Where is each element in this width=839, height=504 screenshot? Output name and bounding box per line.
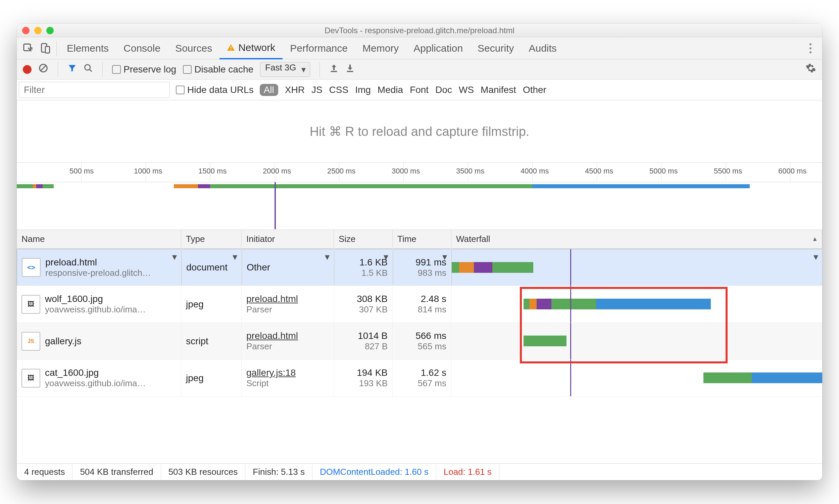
- load-marker: [274, 182, 276, 229]
- finish-time: Finish: 5.13 s: [245, 464, 313, 480]
- file-icon: 🖼: [21, 369, 40, 388]
- tab-memory[interactable]: Memory: [355, 37, 406, 59]
- disable-cache-checkbox[interactable]: Disable cache: [183, 64, 253, 75]
- timeline-tick: 2000 ms: [274, 163, 275, 182]
- waterfall-cell: [451, 249, 822, 286]
- waterfall-cell: [451, 286, 822, 323]
- column-header-type[interactable]: Type: [181, 230, 242, 249]
- filter-type-css[interactable]: CSS: [329, 85, 349, 95]
- request-name: gallery.js: [45, 336, 81, 347]
- waterfall-bar: [703, 373, 752, 383]
- request-row[interactable]: 🖼cat_1600.jpgyoavweiss.github.io/ima…jpe…: [17, 360, 822, 397]
- timeline-segment: [198, 184, 210, 188]
- timeline-tick: 1500 ms: [210, 163, 210, 182]
- request-size: 1.6 KB1.5 KB: [334, 249, 393, 286]
- search-icon[interactable]: [84, 64, 93, 75]
- inspect-icon[interactable]: [20, 40, 37, 57]
- column-header-time[interactable]: Time: [393, 230, 451, 249]
- resources-size: 503 KB resources: [161, 464, 246, 480]
- timeline-segment: [210, 184, 242, 188]
- request-count: 4 requests: [17, 464, 72, 480]
- filter-type-media[interactable]: Media: [378, 85, 403, 95]
- file-icon: JS: [21, 332, 40, 350]
- request-time: 1.62 s567 ms: [393, 360, 451, 397]
- waterfall-bar: [523, 299, 529, 309]
- tab-audits[interactable]: Audits: [521, 37, 564, 59]
- request-row[interactable]: 🖼wolf_1600.jpgyoavweiss.github.io/ima…jp…: [17, 286, 822, 323]
- window-title: DevTools - responsive-preload.glitch.me/…: [17, 26, 822, 35]
- column-header-initiator[interactable]: Initiator: [242, 230, 334, 249]
- initiator-link[interactable]: preload.html: [246, 294, 329, 304]
- request-size: 308 KB307 KB: [334, 286, 393, 323]
- tab-console[interactable]: Console: [116, 37, 168, 59]
- request-time: 991 ms983 ms: [393, 249, 451, 286]
- svg-rect-2: [45, 46, 50, 53]
- tab-performance[interactable]: Performance: [283, 37, 355, 59]
- initiator-link[interactable]: preload.html: [246, 330, 329, 341]
- settings-icon[interactable]: [805, 63, 816, 76]
- more-menu-icon[interactable]: [802, 40, 819, 57]
- svg-rect-4: [231, 49, 231, 50]
- separator: [320, 62, 320, 77]
- download-har-icon[interactable]: [345, 64, 355, 75]
- filter-type-doc[interactable]: Doc: [435, 85, 452, 95]
- request-type: script: [181, 323, 242, 360]
- hide-data-urls-checkbox[interactable]: Hide data URLs: [176, 85, 254, 95]
- minimize-icon[interactable]: [34, 27, 42, 34]
- filter-type-manifest[interactable]: Manifest: [481, 85, 516, 95]
- status-bar: 4 requests 504 KB transferred 503 KB res…: [17, 463, 822, 480]
- load-time: Load: 1.61 s: [436, 464, 499, 480]
- timeline-tick: 2500 ms: [339, 163, 339, 182]
- close-icon[interactable]: [22, 27, 30, 34]
- svg-rect-8: [347, 71, 353, 72]
- filter-type-ws[interactable]: WS: [459, 85, 474, 95]
- throttle-select[interactable]: Fast 3G: [260, 62, 310, 77]
- load-marker: [570, 323, 571, 359]
- timeline-segment: [42, 184, 54, 188]
- preserve-log-checkbox[interactable]: Preserve log: [112, 64, 176, 75]
- devtools-window: DevTools - responsive-preload.glitch.me/…: [17, 24, 822, 480]
- initiator-link[interactable]: gallery.js:18: [246, 367, 329, 378]
- waterfall-bar: [596, 299, 711, 309]
- svg-rect-7: [331, 71, 337, 72]
- tab-security[interactable]: Security: [470, 37, 521, 59]
- tab-elements[interactable]: Elements: [59, 37, 116, 59]
- waterfall-bar: [529, 299, 537, 309]
- timeline-overview[interactable]: 500 ms1000 ms1500 ms2000 ms2500 ms3000 m…: [17, 163, 822, 230]
- filter-type-img[interactable]: Img: [355, 85, 371, 95]
- timeline-tick: 3500 ms: [468, 163, 468, 182]
- timeline-tick: 5500 ms: [726, 163, 726, 182]
- file-icon: <>: [22, 258, 41, 277]
- filter-input[interactable]: [19, 82, 170, 98]
- tab-application[interactable]: Application: [406, 37, 470, 59]
- column-header-name[interactable]: Name: [17, 230, 181, 249]
- filter-icon[interactable]: [68, 64, 77, 75]
- request-domain: responsive-preload.glitch…: [45, 268, 151, 278]
- filter-type-other[interactable]: Other: [523, 85, 546, 95]
- tab-sources[interactable]: Sources: [168, 37, 219, 59]
- waterfall-bar: [752, 373, 822, 383]
- upload-har-icon[interactable]: [329, 64, 339, 75]
- record-button[interactable]: [23, 65, 32, 74]
- request-size: 1014 B827 B: [334, 323, 393, 360]
- filter-type-xhr[interactable]: XHR: [285, 85, 305, 95]
- timeline-tick: 6000 ms: [790, 163, 790, 182]
- waterfall-bar: [474, 262, 492, 273]
- filter-type-font[interactable]: Font: [410, 85, 429, 95]
- filter-type-all[interactable]: All: [260, 84, 278, 96]
- device-toggle-icon[interactable]: [37, 40, 54, 57]
- request-row[interactable]: <>preload.htmlresponsive-preload.glitch……: [17, 249, 822, 286]
- timeline-tick: 5000 ms: [661, 163, 661, 182]
- svg-rect-3: [231, 46, 231, 49]
- clear-button[interactable]: [38, 63, 48, 75]
- filter-type-js[interactable]: JS: [311, 85, 322, 95]
- request-row[interactable]: JSgallery.jsscriptpreload.htmlParser1014…: [17, 323, 822, 360]
- file-icon: 🖼: [21, 295, 40, 314]
- request-type: jpeg: [181, 286, 242, 323]
- column-header-size[interactable]: Size: [334, 230, 393, 249]
- zoom-icon[interactable]: [46, 27, 54, 34]
- domcontentloaded-time: DOMContentLoaded: 1.60 s: [313, 464, 436, 480]
- timeline-tick: 4500 ms: [597, 163, 597, 182]
- tab-network[interactable]: Network: [219, 37, 283, 59]
- column-header-waterfall[interactable]: Waterfall▲: [451, 230, 822, 249]
